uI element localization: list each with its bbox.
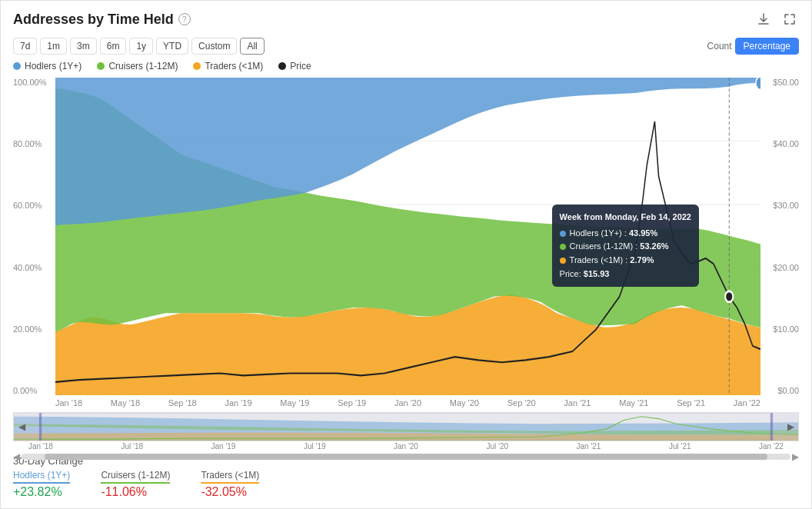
scroll-left-btn[interactable]: ◀ <box>13 451 20 462</box>
time-btn-1y[interactable]: 1y <box>129 38 153 55</box>
change-traders-label: Traders (<1M) <box>201 470 259 484</box>
legend: Hodlers (1Y+) Cruisers (1-12M) Traders (… <box>13 61 799 72</box>
time-buttons: 7d 1m 3m 6m 1y YTD Custom All <box>13 38 265 55</box>
time-btn-6m[interactable]: 6m <box>100 38 127 55</box>
svg-point-8 <box>756 78 760 90</box>
percentage-btn[interactable]: Percentage <box>735 38 799 55</box>
change-cruisers-value: -11.06% <box>101 485 170 499</box>
y-axis-right: $50.00 $40.00 $30.00 $20.00 $10.00 $0.00 <box>760 78 799 395</box>
time-btn-7d[interactable]: 7d <box>13 38 37 55</box>
time-btn-custom[interactable]: Custom <box>191 38 237 55</box>
legend-traders: Traders (<1M) <box>193 61 263 72</box>
time-btn-3m[interactable]: 3m <box>70 38 97 55</box>
mini-nav-left[interactable]: ◀ <box>14 413 29 441</box>
change-hodlers: Hodlers (1Y+) +23.82% <box>13 470 70 499</box>
change-hodlers-value: +23.82% <box>13 485 70 499</box>
header-left: Addresses by Time Held ? <box>13 12 191 28</box>
cruisers-label: Cruisers (1-12M) <box>108 61 178 72</box>
time-btn-1m[interactable]: 1m <box>40 38 67 55</box>
price-dot <box>278 62 286 70</box>
header: Addresses by Time Held ? <box>13 10 799 28</box>
price-label: Price <box>290 61 311 72</box>
chart-area: 100.00% 80.00% 60.00% 40.00% 20.00% 0.00… <box>13 78 799 449</box>
change-hodlers-label: Hodlers (1Y+) <box>13 470 70 484</box>
controls-bar: 7d 1m 3m 6m 1y YTD Custom All Count Perc… <box>13 38 799 55</box>
svg-point-7 <box>725 291 733 302</box>
svg-rect-10 <box>40 413 772 441</box>
page-title: Addresses by Time Held <box>13 12 174 28</box>
mini-chart: ◀ ▶ <box>13 412 799 441</box>
mini-chart-wrapper: ◀ ▶ <box>13 412 799 451</box>
y-axis-left: 100.00% 80.00% 60.00% 40.00% 20.00% 0.00… <box>13 78 55 395</box>
chart-svg-container: Week from Monday, Feb 14, 2022 Hodlers (… <box>55 78 760 395</box>
change-traders-value: -32.05% <box>201 485 259 499</box>
time-btn-all[interactable]: All <box>240 38 264 55</box>
download-button[interactable] <box>754 10 773 28</box>
traders-label: Traders (<1M) <box>205 61 263 72</box>
scrollbar-thumb[interactable] <box>45 454 767 460</box>
cruisers-dot <box>97 62 105 70</box>
time-btn-ytd[interactable]: YTD <box>156 38 188 55</box>
help-icon[interactable]: ? <box>178 13 191 25</box>
svg-rect-12 <box>39 413 42 441</box>
svg-rect-13 <box>770 413 773 441</box>
change-cruisers: Cruisers (1-12M) -11.06% <box>101 470 170 499</box>
count-label: Count <box>707 41 732 52</box>
header-right <box>754 10 799 28</box>
view-toggle: Count Percentage <box>707 38 799 55</box>
legend-price: Price <box>278 61 311 72</box>
change-items: Hodlers (1Y+) +23.82% Cruisers (1-12M) -… <box>13 470 799 499</box>
legend-cruisers: Cruisers (1-12M) <box>97 61 178 72</box>
legend-hodlers: Hodlers (1Y+) <box>13 61 82 72</box>
traders-dot <box>193 62 201 70</box>
hodlers-dot <box>13 62 21 70</box>
scroll-right-btn[interactable]: ▶ <box>792 451 799 462</box>
x-axis: Jan '18 May '18 Sep '18 Jan '19 May '19 … <box>55 395 760 411</box>
scrollbar-track[interactable] <box>22 454 790 460</box>
mini-nav-right[interactable]: ▶ <box>783 413 798 441</box>
main-chart: 100.00% 80.00% 60.00% 40.00% 20.00% 0.00… <box>13 78 799 411</box>
expand-button[interactable] <box>780 10 799 28</box>
hodlers-label: Hodlers (1Y+) <box>25 61 82 72</box>
change-cruisers-label: Cruisers (1-12M) <box>101 470 170 484</box>
scrollbar-row: ◀ ▶ <box>13 451 799 462</box>
mini-x-axis: Jan '18 Jul '18 Jan '19 Jul '19 Jan '20 … <box>13 442 799 451</box>
change-traders: Traders (<1M) -32.05% <box>201 470 259 499</box>
